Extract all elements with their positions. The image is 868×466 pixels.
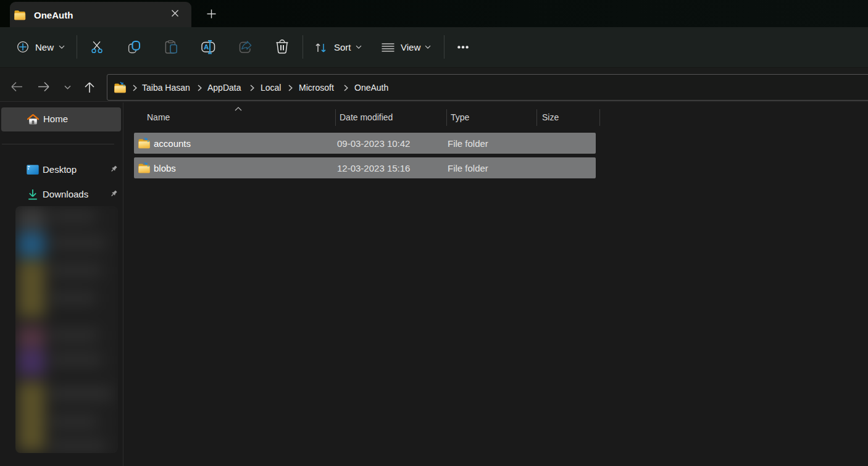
svg-text:A: A — [204, 43, 209, 51]
